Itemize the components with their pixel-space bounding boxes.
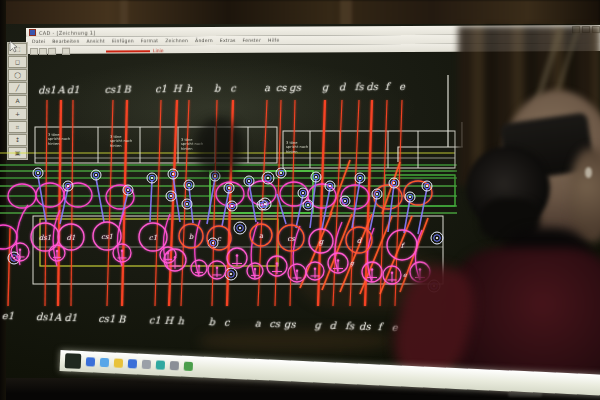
- pipe-circle: b: [179, 224, 203, 248]
- pipe-circle: c: [207, 226, 231, 250]
- annotation-line: hinten: [110, 144, 132, 148]
- monitor-photo: CAD - [Zeichnung 1] DateiBearbeitenAnsic…: [0, 0, 600, 400]
- pipe-circle: f: [387, 230, 417, 260]
- tracker-segment: [96, 178, 104, 222]
- quicklaunch-ie-icon[interactable]: [86, 357, 95, 366]
- note-label: a: [255, 318, 261, 329]
- note-label: h: [186, 83, 193, 94]
- note-label: fs: [345, 320, 354, 331]
- note-label: c: [224, 317, 230, 328]
- note-label: e: [399, 81, 405, 92]
- pipe-note-label: b: [189, 233, 194, 241]
- pipe-note-label: cs1: [101, 233, 113, 241]
- tracker-segment: [418, 188, 427, 234]
- tracker-line: [71, 100, 73, 306]
- quicklaunch-doc-icon[interactable]: [170, 361, 179, 370]
- note-label: B: [118, 314, 126, 325]
- pipe-note-label: d: [357, 237, 362, 245]
- note-label: c1: [149, 314, 161, 325]
- note-label: H: [173, 83, 182, 94]
- note-label: f: [378, 321, 382, 332]
- note-label: cs1: [104, 84, 121, 95]
- pipe-note-label: c: [217, 235, 222, 243]
- tracker-line: [169, 100, 177, 306]
- pipe-note-label: cs: [287, 235, 295, 243]
- note-label: d: [329, 320, 336, 331]
- photographer-hand-reflection: [570, 148, 600, 243]
- note-label: d1: [67, 84, 80, 95]
- reflection-shadow: [196, 118, 242, 176]
- pipe-circle-small: [227, 248, 247, 268]
- note-label: f: [385, 81, 389, 92]
- note-label: g: [314, 319, 321, 330]
- tracker-curve: [16, 205, 28, 265]
- annotation-box: 3 tönespricht nachhinten: [110, 135, 132, 148]
- pipe-circles-upper: ds1d1cs1c1bcacsgdf: [31, 222, 417, 260]
- note-label: ds: [359, 321, 371, 332]
- note-label: b: [208, 316, 215, 327]
- annotation-box: 3 tönespricht nachhinten: [48, 133, 70, 146]
- jacket-reflection: [452, 248, 600, 388]
- mouse-cursor: [9, 41, 19, 53]
- pipe-circle-small: [306, 262, 324, 280]
- pipe-note-label: d1: [67, 234, 76, 242]
- pipe-circle-small: [191, 260, 207, 276]
- quicklaunch-folder-icon[interactable]: [114, 358, 123, 367]
- note-label: ds: [366, 81, 378, 92]
- tracker-segment: [352, 180, 360, 228]
- roller-bearing-icon: [234, 222, 246, 234]
- note-label: B: [123, 84, 130, 95]
- quicklaunch-cad-icon[interactable]: [156, 360, 165, 369]
- roller-bearing-icon: [303, 200, 313, 210]
- tracker-segment: [296, 195, 303, 228]
- note-label: c1: [155, 83, 167, 94]
- quicklaunch-mail-icon[interactable]: [128, 359, 137, 368]
- note-label: b: [214, 83, 221, 94]
- note-label: fs: [355, 81, 364, 92]
- pipe-note-label: ds1: [39, 234, 52, 242]
- roller-bearing-icon: [431, 232, 443, 244]
- quicklaunch-media-icon[interactable]: [142, 360, 151, 369]
- note-label: A: [54, 312, 62, 323]
- note-label: a: [264, 82, 270, 93]
- pipe-note-label: g: [350, 259, 355, 267]
- note-label: cs1: [98, 313, 115, 325]
- quicklaunch-explorer-icon[interactable]: [100, 358, 109, 367]
- note-label: ds1: [36, 311, 54, 323]
- note-label: h: [177, 315, 184, 326]
- quicklaunch-misc-icon[interactable]: [184, 362, 193, 371]
- pipe-note-label: c1: [149, 234, 157, 242]
- note-label: gs: [284, 318, 296, 329]
- ring-reflection: [585, 167, 592, 178]
- note-label: e1: [2, 310, 15, 321]
- roller-bearing-icon: [276, 168, 286, 178]
- note-label: d1: [64, 312, 77, 323]
- start-button[interactable]: [65, 353, 82, 369]
- note-label: A: [57, 84, 64, 95]
- pipe-note-label: f: [401, 242, 406, 250]
- note-label: g: [322, 82, 329, 93]
- tracker-line: [45, 100, 47, 306]
- note-label: cs: [276, 82, 287, 93]
- annotation-line: hinten: [48, 142, 70, 146]
- pipe-circle-small: [247, 263, 263, 279]
- pipe-circle-small: [208, 261, 226, 279]
- note-label: cs: [269, 318, 280, 329]
- annotation-box: 3 tönespricht nachhinten: [286, 141, 308, 154]
- note-label: ds1: [38, 84, 56, 95]
- annotation-line: hinten: [286, 150, 308, 154]
- pipe-note-label: e: [403, 271, 407, 278]
- note-label: H: [164, 315, 173, 326]
- tracker-segment: [38, 176, 46, 222]
- pipe-note-label: g: [319, 238, 325, 246]
- note-label: d: [339, 81, 346, 92]
- tracker-line: [8, 228, 10, 306]
- note-label: c: [230, 83, 236, 94]
- tracker-line: [155, 100, 161, 306]
- pipe-note-label: a: [259, 232, 264, 240]
- note-label: gs: [289, 82, 301, 93]
